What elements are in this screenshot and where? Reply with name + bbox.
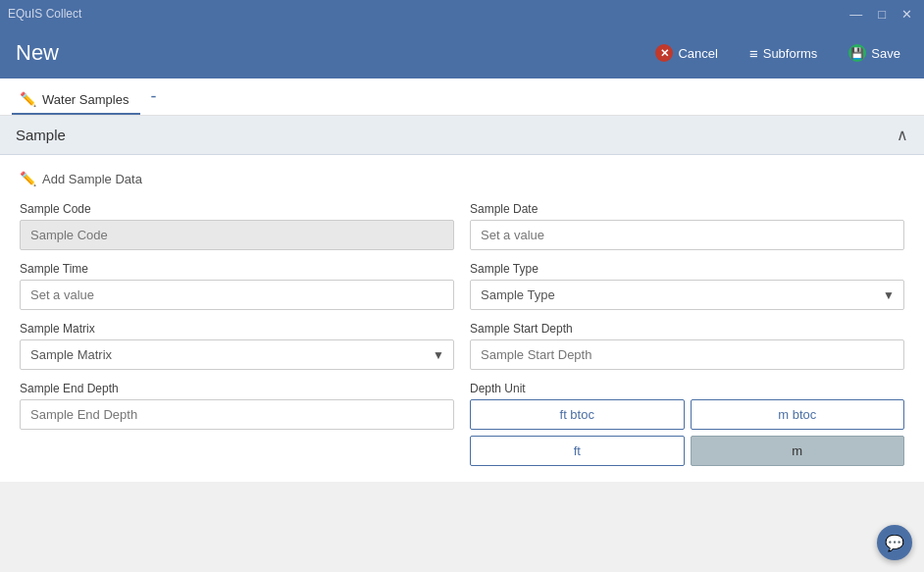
sample-start-depth-input[interactable]	[470, 339, 904, 370]
app-title: EQuIS Collect	[8, 7, 81, 21]
subforms-button[interactable]: ≡ Subforms	[742, 41, 825, 66]
header-actions: ✕ Cancel ≡ Subforms 💾 Save	[647, 40, 908, 66]
sample-end-depth-label: Sample End Depth	[20, 382, 454, 395]
help-icon: 💬	[885, 534, 904, 552]
sample-code-input[interactable]	[20, 220, 454, 250]
sample-code-group: Sample Code	[20, 202, 454, 250]
depth-btn-ft[interactable]: ft	[470, 436, 685, 466]
sample-type-label: Sample Type	[470, 262, 904, 276]
sample-type-select-wrapper: Sample Type ▼	[470, 280, 904, 310]
sample-time-group: Sample Time	[20, 262, 454, 310]
edit-icon: ✏️	[20, 171, 36, 186]
sample-matrix-select-wrapper: Sample Matrix ▼	[20, 339, 454, 370]
depth-unit-label: Depth Unit	[470, 382, 904, 395]
section-title: Sample	[16, 127, 66, 143]
cancel-label: Cancel	[678, 46, 717, 61]
depth-unit-buttons: ft btoc m btoc ft m	[470, 399, 904, 466]
depth-btn-m-btoc[interactable]: m btoc	[691, 399, 905, 430]
section-header[interactable]: Sample ∧	[0, 116, 924, 155]
main-content: Sample ∧ ✏️ Add Sample Data Sample Code …	[0, 116, 924, 572]
sample-start-depth-label: Sample Start Depth	[470, 322, 904, 336]
save-label: Save	[871, 46, 900, 61]
sample-end-depth-input[interactable]	[20, 399, 454, 430]
help-button[interactable]: 💬	[877, 525, 912, 560]
minimize-button[interactable]: —	[846, 7, 866, 22]
cancel-button[interactable]: ✕ Cancel	[647, 40, 725, 66]
water-samples-tab-label: Water Samples	[42, 92, 128, 107]
cancel-icon: ✕	[655, 44, 673, 62]
sample-type-group: Sample Type Sample Type ▼	[470, 262, 904, 310]
sample-time-label: Sample Time	[20, 262, 454, 276]
form-area: ✏️ Add Sample Data Sample Code Sample Da…	[0, 155, 924, 482]
sample-end-depth-group: Sample End Depth	[20, 382, 454, 466]
depth-unit-group: Depth Unit ft btoc m btoc ft m	[470, 382, 904, 466]
sample-date-input[interactable]	[470, 220, 904, 250]
depth-btn-m[interactable]: m	[691, 436, 905, 466]
form-grid: Sample Code Sample Date Sample Time Samp…	[20, 202, 904, 466]
sample-start-depth-group: Sample Start Depth	[470, 322, 904, 370]
title-bar: EQuIS Collect — □ ✕	[0, 0, 924, 27]
header-bar: New ✕ Cancel ≡ Subforms 💾 Save	[0, 27, 924, 78]
save-button[interactable]: 💾 Save	[841, 40, 908, 66]
water-samples-tab-icon: ✏️	[20, 91, 36, 107]
sample-date-label: Sample Date	[470, 202, 904, 216]
page-title: New	[16, 40, 59, 66]
tab-add[interactable]: -	[140, 80, 166, 115]
add-sample-label: ✏️ Add Sample Data	[20, 171, 904, 186]
tab-bar: ✏️ Water Samples -	[0, 78, 924, 116]
sample-time-input[interactable]	[20, 280, 454, 310]
window-controls: — □ ✕	[846, 7, 916, 22]
tab-water-samples[interactable]: ✏️ Water Samples	[12, 85, 140, 115]
maximize-button[interactable]: □	[874, 7, 890, 22]
sample-matrix-group: Sample Matrix Sample Matrix ▼	[20, 322, 454, 370]
depth-btn-ft-btoc[interactable]: ft btoc	[470, 399, 685, 430]
sample-matrix-label: Sample Matrix	[20, 322, 454, 336]
sample-date-group: Sample Date	[470, 202, 904, 250]
collapse-icon[interactable]: ∧	[897, 126, 908, 144]
sample-type-select[interactable]: Sample Type	[470, 280, 904, 310]
close-button[interactable]: ✕	[898, 7, 916, 22]
subforms-icon: ≡	[749, 45, 758, 62]
sample-code-label: Sample Code	[20, 202, 454, 216]
subforms-label: Subforms	[763, 46, 818, 61]
save-icon: 💾	[848, 44, 866, 62]
sample-matrix-select[interactable]: Sample Matrix	[20, 339, 454, 370]
